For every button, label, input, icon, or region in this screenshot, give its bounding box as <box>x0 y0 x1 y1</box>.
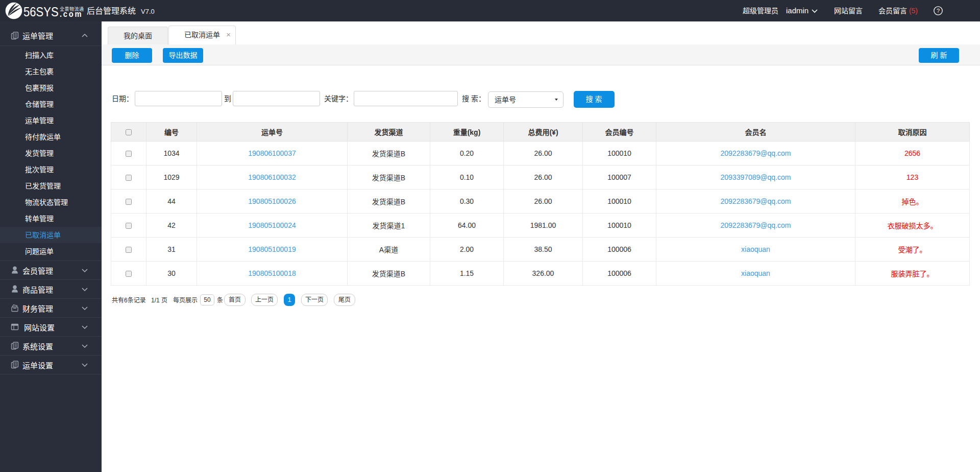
svg-text:?: ? <box>937 8 940 14</box>
